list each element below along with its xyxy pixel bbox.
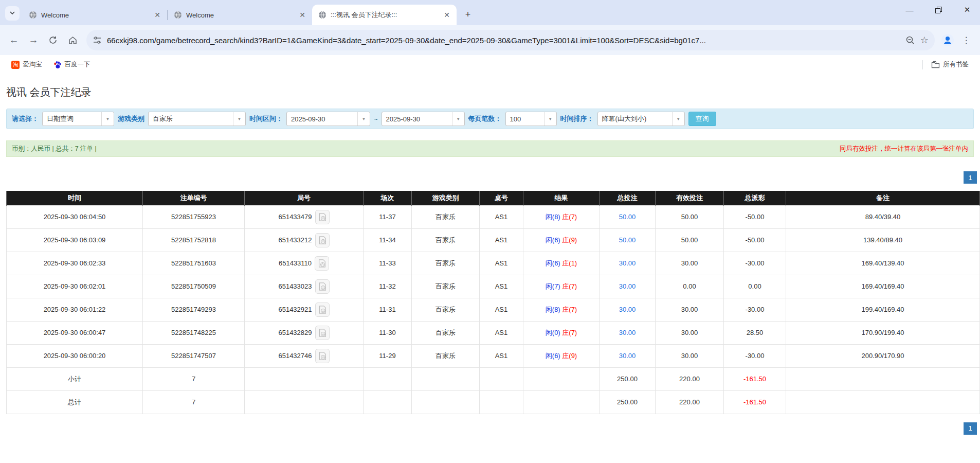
cell-result: 闲(8) 庄(7): [523, 205, 600, 228]
result-banker: 庄(7): [562, 329, 577, 336]
new-tab-button[interactable]: +: [461, 7, 475, 22]
tab-welcome-1[interactable]: Welcome ✕: [23, 5, 167, 25]
bookmark-label: 百度一下: [65, 60, 90, 69]
url-text[interactable]: 66cxkj98.com/game/betrecord_search/kind3…: [107, 36, 900, 45]
minimize-button[interactable]: —: [903, 3, 916, 16]
cell-result: 闲(6) 庄(9): [523, 344, 600, 367]
chevron-down-icon: ▼: [544, 112, 556, 126]
video-replay-button[interactable]: [315, 279, 330, 294]
query-type-select[interactable]: 日期查询 ▼: [42, 112, 114, 126]
home-button[interactable]: [64, 31, 81, 49]
all-bookmarks-button[interactable]: 所有书签: [927, 58, 973, 71]
forward-button[interactable]: →: [25, 31, 42, 49]
cell-session: 11-34: [364, 228, 412, 252]
zoom-level-icon[interactable]: [905, 35, 915, 45]
cell-time: 2025-09-30 06:02:33: [7, 252, 143, 275]
profile-avatar[interactable]: [940, 32, 955, 48]
video-replay-button[interactable]: [315, 210, 330, 224]
site-settings-icon[interactable]: [93, 35, 102, 45]
tab-close-icon[interactable]: ✕: [298, 10, 307, 20]
cell-payout: 28.50: [724, 321, 786, 344]
window-controls: — ✕: [903, 3, 974, 16]
total-valid-bet: 220.00: [656, 390, 724, 414]
tab-betrecord-active[interactable]: :::视讯 会员下注纪录::: ✕: [312, 5, 457, 25]
cell-payout: -30.00: [724, 298, 786, 321]
cell-session: 11-29: [364, 344, 412, 367]
taobao-icon: 淘: [11, 61, 20, 69]
browser-window: Welcome ✕ Welcome ✕ :::视讯 会员下注纪录::: ✕ + …: [0, 0, 980, 74]
video-replay-button[interactable]: [315, 302, 330, 317]
tab-close-icon[interactable]: ✕: [442, 10, 451, 20]
chevron-down-icon: ▼: [672, 112, 684, 126]
cell-total-bet: 30.00: [600, 344, 656, 367]
total-bet-link[interactable]: 30.00: [619, 282, 636, 290]
video-replay-button[interactable]: [315, 326, 330, 340]
col-round: 局号: [245, 191, 364, 205]
date-start-select[interactable]: 2025-09-30 ▼: [286, 112, 370, 126]
game-type-select[interactable]: 百家乐 ▼: [148, 112, 246, 126]
bookmark-aitaobao[interactable]: 淘 爱淘宝: [7, 58, 46, 71]
date-end-select[interactable]: 2025-09-30 ▼: [382, 112, 465, 126]
col-result: 结果: [523, 191, 600, 205]
summary-bar: 币别：人民币 | 总共：7 注单 | 同局有效投注，统一计算在该局第一张注单内: [6, 140, 974, 157]
total-count: 7: [143, 390, 245, 414]
cell-total-bet: 30.00: [600, 298, 656, 321]
tab-title: Welcome: [41, 11, 149, 19]
total-label: 总计: [7, 390, 143, 414]
round-number: 651433110: [279, 259, 312, 267]
col-total-bet: 总投注: [600, 191, 656, 205]
cell-result: 闲(8) 庄(7): [523, 298, 600, 321]
cell-table: AS1: [480, 298, 523, 321]
date-range-label: 时间区间：: [249, 114, 283, 123]
per-page-select[interactable]: 100 ▼: [505, 112, 557, 126]
cell-game: 百家乐: [412, 205, 480, 228]
cell-time: 2025-09-30 06:03:09: [7, 228, 143, 252]
cell-payout: -50.00: [724, 205, 786, 228]
total-bet-link[interactable]: 30.00: [619, 306, 636, 313]
cell-valid-bet: 50.00: [656, 205, 724, 228]
tab-search-button[interactable]: [5, 6, 20, 21]
cell-payout: -30.00: [724, 252, 786, 275]
cell-game: 百家乐: [412, 252, 480, 275]
total-bet-link[interactable]: 50.00: [619, 213, 636, 221]
video-icon: [318, 282, 327, 291]
cell-total-bet: 50.00: [600, 205, 656, 228]
total-bet-link[interactable]: 30.00: [619, 259, 636, 267]
cell-table: AS1: [480, 252, 523, 275]
search-button[interactable]: 查询: [688, 112, 716, 126]
refresh-button[interactable]: [44, 31, 62, 49]
close-window-button[interactable]: ✕: [960, 3, 974, 16]
bookmark-baidu[interactable]: 百度一下: [49, 58, 95, 71]
total-bet-link[interactable]: 30.00: [619, 352, 636, 360]
table-row: 2025-09-30 06:00:20 522851747507 6514327…: [7, 344, 980, 367]
back-button[interactable]: ←: [5, 31, 23, 49]
sort-select[interactable]: 降冪(由大到小) ▼: [597, 112, 685, 126]
result-player: 闲(6): [546, 236, 560, 244]
video-replay-button[interactable]: [315, 256, 329, 271]
page-1-button[interactable]: 1: [964, 422, 977, 435]
browser-menu-button[interactable]: ⋮: [957, 31, 975, 49]
bookmark-star-icon[interactable]: ☆: [920, 34, 929, 46]
cell-time: 2025-09-30 06:02:01: [7, 275, 143, 298]
page-1-button[interactable]: 1: [964, 171, 977, 184]
cell-valid-bet: 30.00: [656, 252, 724, 275]
cell-total-bet: 30.00: [600, 275, 656, 298]
bookmarks-divider: [922, 60, 923, 69]
cell-round: 651433212: [245, 228, 364, 252]
cell-bet-id: 522851748225: [143, 321, 245, 344]
tab-close-icon[interactable]: ✕: [153, 10, 162, 20]
restore-button[interactable]: [932, 3, 945, 16]
video-replay-button[interactable]: [315, 233, 330, 247]
tab-welcome-2[interactable]: Welcome ✕: [168, 5, 312, 25]
total-bet-link[interactable]: 30.00: [619, 329, 636, 336]
cell-bet-id: 522851752818: [143, 228, 245, 252]
table-row: 2025-09-30 06:02:33 522851751603 6514331…: [7, 252, 980, 275]
total-bet-link[interactable]: 50.00: [619, 236, 636, 244]
cell-note: 170.90/199.40: [786, 321, 980, 344]
url-bar[interactable]: 66cxkj98.com/game/betrecord_search/kind3…: [86, 30, 935, 50]
video-replay-button[interactable]: [315, 349, 330, 363]
cell-result: 闲(6) 庄(9): [523, 228, 600, 252]
video-icon: [318, 236, 327, 245]
video-icon: [318, 328, 327, 337]
table-row: 2025-09-30 06:01:22 522851749293 6514329…: [7, 298, 980, 321]
